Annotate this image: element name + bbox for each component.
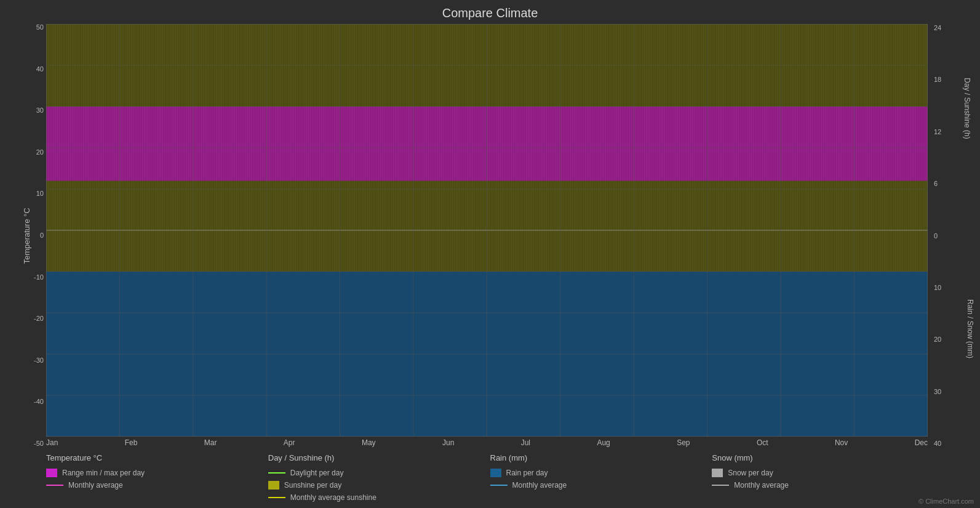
legend-item-rain-per-day: Rain per day (490, 469, 712, 477)
legend-title-sunshine: Day / Sunshine (h) (268, 453, 490, 462)
x-axis-sep: Sep (677, 438, 690, 447)
legend-label-rain-per-day: Rain per day (506, 469, 548, 477)
x-axis: Jan Feb Mar Apr May Jun Jul Aug Sep Oct … (46, 437, 928, 447)
legend-swatch-range (46, 469, 57, 477)
legend-label-monthly-avg-temp: Monthly average (68, 481, 123, 490)
x-axis-jul: Jul (521, 438, 530, 447)
page-title: Compare Climate (12, 6, 968, 20)
legend-item-monthly-avg-sunshine: Monthly average sunshine (268, 493, 490, 502)
legend-line-monthly-avg-snow (712, 485, 729, 486)
legend-item-monthly-avg-snow: Monthly average (712, 481, 934, 490)
legend-col-snow: Snow (mm) Snow per day Monthly average (712, 453, 934, 502)
legend-col-rain: Rain (mm) Rain per day Monthly average (490, 453, 712, 502)
legend-item-daylight: Daylight per day (268, 469, 490, 477)
legend-label-range: Range min / max per day (62, 469, 145, 477)
y-axis-right-bottom-label: Rain / Snow (mm) (966, 299, 974, 358)
legend-line-monthly-avg-temp (46, 485, 63, 486)
legend-label-sunshine: Sunshine per day (284, 481, 341, 490)
legend-swatch-sunshine (268, 481, 279, 490)
chart-svg (46, 24, 928, 437)
page-container: Compare Climate Temperature °C 50 40 30 … (0, 0, 980, 508)
chart-col: Cali Cali ClimeChart.com (46, 24, 928, 447)
legend-item-range: Range min / max per day (46, 469, 268, 477)
x-axis-aug: Aug (597, 438, 610, 447)
y-axis-right-top-label: Day / Sunshine (h) (962, 78, 971, 139)
legend-swatch-rain (490, 469, 501, 477)
legend-title-snow: Snow (mm) (712, 453, 934, 462)
legend-col-sunshine: Day / Sunshine (h) Daylight per day Suns… (268, 453, 490, 502)
legend-col-temperature: Temperature °C Range min / max per day M… (46, 453, 268, 502)
legend-item-monthly-avg-temp: Monthly average (46, 481, 268, 490)
legend-label-monthly-avg-rain: Monthly average (512, 481, 567, 490)
y-axis-right: Day / Sunshine (h) Rain / Snow (mm) 24 1… (928, 24, 968, 447)
legend-item-sunshine: Sunshine per day (268, 481, 490, 490)
x-axis-feb: Feb (125, 438, 138, 447)
x-axis-dec: Dec (915, 438, 928, 447)
y-axis-left: Temperature °C 50 40 30 20 10 0 -10 -20 … (12, 24, 46, 447)
legend-label-monthly-avg-snow: Monthly average (734, 481, 789, 490)
y-axis-left-label: Temperature °C (22, 208, 31, 264)
x-axis-nov: Nov (835, 438, 848, 447)
x-axis-mar: Mar (204, 438, 217, 447)
legend-label-monthly-avg-sunshine: Monthly average sunshine (290, 493, 376, 502)
legend-item-monthly-avg-rain: Monthly average (490, 481, 712, 490)
x-axis-jan: Jan (46, 438, 58, 447)
chart-wrapper: Temperature °C 50 40 30 20 10 0 -10 -20 … (12, 24, 968, 447)
legend-area: Temperature °C Range min / max per day M… (12, 453, 968, 502)
legend-line-daylight (268, 472, 285, 474)
legend-line-monthly-avg-sunshine (268, 497, 285, 498)
x-axis-jun: Jun (442, 438, 454, 447)
x-axis-oct: Oct (757, 438, 768, 447)
legend-line-monthly-avg-rain (490, 485, 508, 486)
legend-label-daylight: Daylight per day (290, 469, 344, 477)
x-axis-may: May (362, 438, 376, 447)
chart-main: Cali Cali ClimeChart.com (46, 24, 928, 437)
chart-and-xaxis: Cali Cali ClimeChart.com (46, 24, 928, 447)
legend-title-temperature: Temperature °C (46, 453, 268, 462)
legend-title-rain: Rain (mm) (490, 453, 712, 462)
x-axis-apr: Apr (284, 438, 295, 447)
legend-item-snow-per-day: Snow per day (712, 469, 934, 477)
copyright: © ClimeChart.com (918, 498, 974, 505)
legend-swatch-snow (712, 469, 723, 477)
legend-label-snow-per-day: Snow per day (728, 469, 773, 477)
